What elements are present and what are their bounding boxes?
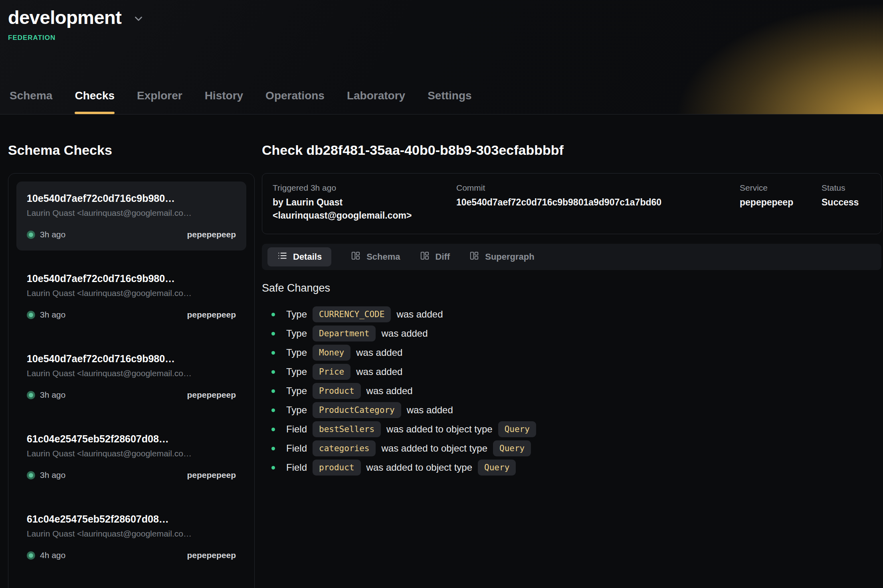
- check-author: Laurin Quast <laurinquast@googlemail.co…: [27, 288, 236, 298]
- check-time: 4h ago: [40, 551, 65, 560]
- check-author: Laurin Quast <laurinquast@googlemail.co…: [27, 208, 236, 218]
- check-meta-box: Triggered 3h ago by Laurin Quast <laurin…: [262, 173, 881, 234]
- view-tab-details[interactable]: Details: [267, 247, 331, 266]
- tab-settings[interactable]: Settings: [428, 89, 471, 114]
- tab-explorer[interactable]: Explorer: [137, 89, 182, 114]
- change-prefix: Type: [286, 385, 307, 397]
- meta-label: Triggered 3h ago: [273, 183, 456, 193]
- list-icon: [277, 251, 287, 263]
- panels-icon: [420, 251, 430, 263]
- change-suffix: was added: [396, 309, 443, 320]
- sidebar-title: Schema Checks: [8, 142, 255, 158]
- bullet-icon: [271, 447, 275, 450]
- safe-changes-list: Type CURRENCY_CODE was added Type Depart…: [262, 305, 881, 477]
- change-code-chip: Product: [313, 383, 361, 399]
- change-prefix: Type: [286, 366, 307, 377]
- panels-icon: [469, 251, 479, 263]
- change-prefix: Type: [286, 328, 307, 339]
- change-suffix: was added: [407, 404, 453, 416]
- tab-schema[interactable]: Schema: [10, 89, 52, 114]
- tab-operations[interactable]: Operations: [265, 89, 325, 114]
- meta-commit: Commit 10e540d7aef72c0d716c9b9801a9d907c…: [456, 183, 740, 222]
- tab-checks[interactable]: Checks: [75, 89, 115, 114]
- change-prefix: Type: [286, 404, 307, 416]
- view-tab-label: Schema: [366, 252, 400, 262]
- change-suffix: was added to object type: [386, 424, 493, 435]
- view-tab-schema[interactable]: Schema: [350, 251, 400, 263]
- check-author: Laurin Quast <laurinquast@googlemail.co…: [27, 369, 236, 378]
- change-code-chip: categories: [313, 440, 376, 456]
- bullet-icon: [271, 370, 275, 374]
- check-hash: 10e540d7aef72c0d716c9b980…: [27, 353, 236, 365]
- tab-laboratory[interactable]: Laboratory: [347, 89, 405, 114]
- change-code-chip: Money: [313, 345, 350, 361]
- change-suffix: was added: [381, 328, 428, 339]
- bullet-icon: [271, 408, 275, 412]
- change-prefix: Type: [286, 309, 307, 320]
- check-list-item[interactable]: 10e540d7aef72c0d716c9b980… Laurin Quast …: [16, 182, 246, 251]
- status-value: Success: [822, 196, 871, 209]
- check-service: pepepepeep: [187, 230, 236, 239]
- bullet-icon: [271, 351, 275, 355]
- change-item: Type Product was added: [262, 381, 881, 401]
- check-time: 3h ago: [40, 230, 65, 239]
- check-hash: 61c04e25475eb52f28607d08…: [27, 513, 236, 525]
- status-dot-icon: [27, 391, 35, 399]
- check-author: Laurin Quast <laurinquast@googlemail.co…: [27, 449, 236, 458]
- check-service: pepepepeep: [187, 470, 236, 480]
- status-dot-icon: [27, 471, 35, 479]
- tab-history[interactable]: History: [205, 89, 243, 114]
- change-suffix: was added: [366, 385, 413, 397]
- check-list-item[interactable]: 10e540d7aef72c0d716c9b980… Laurin Quast …: [16, 342, 246, 411]
- check-time: 3h ago: [40, 470, 65, 480]
- bullet-icon: [271, 466, 275, 470]
- check-list-item[interactable]: 61c04e25475eb52f28607d08… Laurin Quast <…: [16, 502, 246, 571]
- change-suffix: was added: [356, 366, 402, 377]
- meta-value: by Laurin Quast <laurinquast@googlemail.…: [273, 196, 456, 222]
- view-tab-label: Details: [293, 252, 322, 262]
- meta-label: Service: [740, 183, 822, 193]
- check-service: pepepepeep: [187, 551, 236, 560]
- change-prefix: Field: [286, 424, 307, 435]
- change-code-chip: product: [313, 460, 361, 476]
- meta-value: pepepepeep: [740, 196, 822, 209]
- meta-service: Service pepepepeep: [740, 183, 822, 222]
- change-code-chip: ProductCategory: [313, 402, 401, 418]
- change-code-chip: Query: [478, 460, 516, 476]
- schema-checks-sidebar: Schema Checks 10e540d7aef72c0d716c9b980……: [0, 114, 255, 588]
- change-item: Field bestSellers was added to object ty…: [262, 420, 881, 439]
- check-hash: 10e540d7aef72c0d716c9b980…: [27, 193, 236, 204]
- change-item: Field categories was added to object typ…: [262, 439, 881, 458]
- change-prefix: Field: [286, 462, 307, 473]
- change-suffix: was added to object type: [366, 462, 473, 473]
- view-tab-diff[interactable]: Diff: [420, 251, 450, 263]
- primary-tabs: Schema Checks Explorer History Operation…: [10, 89, 472, 114]
- change-code-chip: CURRENCY_CODE: [313, 306, 391, 322]
- panels-icon: [350, 251, 361, 263]
- view-tab-label: Supergraph: [485, 252, 534, 262]
- view-tab-supergraph[interactable]: Supergraph: [469, 251, 534, 263]
- chevron-down-icon[interactable]: [133, 13, 145, 26]
- check-list-item[interactable]: 10e540d7aef72c0d716c9b980… Laurin Quast …: [16, 262, 246, 331]
- check-author: Laurin Quast <laurinquast@googlemail.co…: [27, 529, 236, 539]
- change-code-chip: Price: [313, 364, 350, 380]
- meta-label: Commit: [456, 183, 740, 193]
- check-detail: Check db28f481-35aa-40b0-b8b9-303ecfabbb…: [255, 114, 883, 588]
- project-header: development FEDERATION Schema Checks Exp…: [0, 0, 883, 114]
- status-dot-icon: [27, 311, 35, 319]
- change-code-chip: bestSellers: [313, 421, 381, 437]
- project-switcher[interactable]: development: [0, 0, 883, 28]
- meta-triggered: Triggered 3h ago by Laurin Quast <laurin…: [273, 183, 456, 222]
- meta-value: 10e540d7aef72c0d716c9b9801a9d907c1a7bd60: [456, 196, 740, 209]
- change-item: Type CURRENCY_CODE was added: [262, 305, 881, 324]
- meta-label: Status: [822, 183, 871, 193]
- check-title: Check db28f481-35aa-40b0-b8b9-303ecfabbb…: [262, 142, 881, 158]
- federation-badge: FEDERATION: [8, 34, 883, 42]
- change-item: Type ProductCategory was added: [262, 401, 881, 420]
- bullet-icon: [271, 428, 275, 431]
- change-suffix: was added: [356, 347, 402, 358]
- change-item: Type Department was added: [262, 324, 881, 343]
- check-list-item[interactable]: 61c04e25475eb52f28607d08… Laurin Quast <…: [16, 422, 246, 491]
- bullet-icon: [271, 332, 275, 335]
- change-prefix: Type: [286, 347, 307, 358]
